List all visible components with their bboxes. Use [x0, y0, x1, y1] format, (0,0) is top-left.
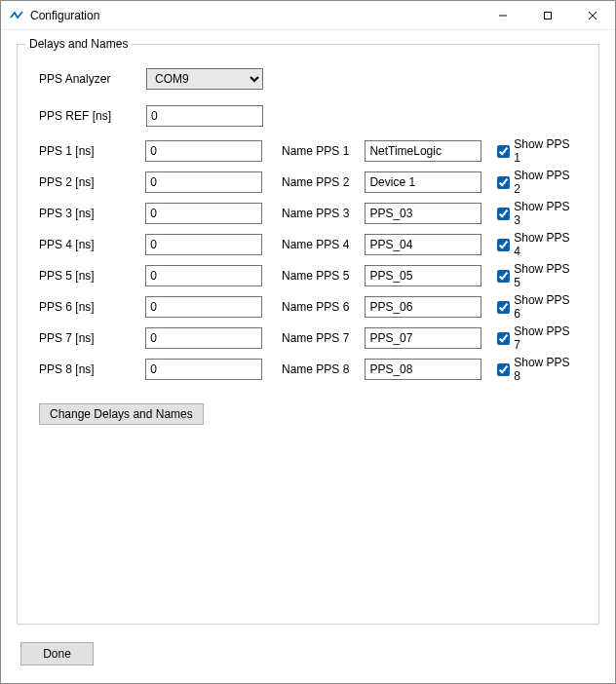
pps-delay-label: PPS 6 [ns]: [39, 300, 145, 314]
pps-delay-input[interactable]: [145, 327, 262, 349]
pps-name-input[interactable]: [365, 234, 481, 255]
pps-ref-label: PPS REF [ns]: [39, 109, 146, 123]
pps-name-input[interactable]: [365, 203, 481, 224]
pps-show-checkbox-wrap: Show PPS 3: [497, 200, 579, 227]
pps-show-label: Show PPS 7: [514, 324, 579, 352]
pps-row-2: PPS 2 [ns]Name PPS 2Show PPS 2: [39, 171, 579, 193]
pps-show-label: Show PPS 3: [514, 200, 579, 227]
pps-show-label: Show PPS 8: [514, 356, 579, 383]
pps-show-checkbox[interactable]: [497, 332, 510, 345]
window-title: Configuration: [30, 9, 481, 22]
titlebar: Configuration: [1, 1, 615, 30]
change-delays-names-button[interactable]: Change Delays and Names: [39, 403, 204, 425]
pps-name-label: Name PPS 7: [282, 331, 365, 345]
pps-show-checkbox-wrap: Show PPS 1: [497, 137, 579, 165]
pps-delay-label: PPS 2 [ns]: [39, 175, 145, 189]
delays-names-group: Delays and Names PPS Analyzer COM9 PPS R…: [17, 44, 599, 625]
pps-row-3: PPS 3 [ns]Name PPS 3Show PPS 3: [39, 203, 579, 224]
pps-delay-input[interactable]: [145, 140, 262, 162]
pps-delay-input[interactable]: [145, 203, 262, 224]
config-window: Configuration Delays and Names PPS Analy…: [0, 0, 616, 684]
app-icon: [9, 8, 24, 23]
pps-name-input[interactable]: [365, 296, 481, 318]
pps-show-checkbox[interactable]: [497, 363, 510, 376]
pps-show-label: Show PPS 2: [514, 169, 579, 196]
pps-show-checkbox-wrap: Show PPS 4: [497, 231, 579, 258]
pps-name-label: Name PPS 6: [282, 300, 365, 314]
window-controls: [481, 1, 615, 29]
pps-show-checkbox[interactable]: [497, 176, 510, 189]
analyzer-row: PPS Analyzer COM9: [39, 68, 579, 90]
pps-show-label: Show PPS 6: [514, 293, 579, 321]
pps-name-label: Name PPS 4: [282, 238, 365, 251]
pps-name-input[interactable]: [365, 171, 481, 193]
pps-delay-label: PPS 1 [ns]: [39, 144, 145, 158]
pps-name-input[interactable]: [365, 140, 481, 162]
minimize-button[interactable]: [481, 1, 525, 29]
pps-delay-input[interactable]: [145, 296, 262, 318]
client-area: Delays and Names PPS Analyzer COM9 PPS R…: [1, 30, 615, 683]
pps-name-input[interactable]: [365, 265, 481, 286]
pps-name-label: Name PPS 8: [282, 362, 365, 376]
pps-delay-input[interactable]: [145, 234, 262, 255]
pps-show-label: Show PPS 4: [514, 231, 579, 258]
pps-name-label: Name PPS 2: [282, 175, 365, 189]
pps-show-checkbox[interactable]: [497, 301, 510, 314]
pps-row-7: PPS 7 [ns]Name PPS 7Show PPS 7: [39, 327, 579, 349]
svg-rect-1: [545, 12, 552, 19]
maximize-button[interactable]: [525, 1, 570, 29]
analyzer-label: PPS Analyzer: [39, 72, 146, 86]
pps-row-4: PPS 4 [ns]Name PPS 4Show PPS 4: [39, 234, 579, 255]
change-row: Change Delays and Names: [39, 403, 579, 425]
pps-show-checkbox[interactable]: [497, 270, 510, 283]
pps-ref-row: PPS REF [ns]: [39, 105, 579, 127]
pps-delay-input[interactable]: [145, 265, 262, 286]
pps-delay-input[interactable]: [145, 171, 262, 193]
pps-delay-label: PPS 7 [ns]: [39, 331, 145, 345]
pps-row-1: PPS 1 [ns]Name PPS 1Show PPS 1: [39, 140, 579, 162]
pps-name-label: Name PPS 1: [282, 144, 365, 158]
pps-name-input[interactable]: [365, 359, 481, 380]
pps-delay-label: PPS 8 [ns]: [39, 362, 145, 376]
analyzer-combo[interactable]: COM9: [146, 68, 263, 90]
done-button[interactable]: Done: [20, 642, 94, 665]
pps-row-5: PPS 5 [ns]Name PPS 5Show PPS 5: [39, 265, 579, 286]
pps-delay-label: PPS 5 [ns]: [39, 269, 145, 283]
pps-show-checkbox-wrap: Show PPS 6: [497, 293, 579, 321]
pps-name-input[interactable]: [365, 327, 481, 349]
pps-delay-label: PPS 4 [ns]: [39, 238, 145, 251]
close-button[interactable]: [570, 1, 615, 29]
pps-row-6: PPS 6 [ns]Name PPS 6Show PPS 6: [39, 296, 579, 318]
pps-delay-label: PPS 3 [ns]: [39, 207, 145, 220]
pps-show-checkbox-wrap: Show PPS 8: [497, 356, 579, 383]
pps-show-checkbox[interactable]: [497, 239, 510, 251]
pps-show-label: Show PPS 5: [514, 262, 579, 289]
pps-ref-input[interactable]: [146, 105, 263, 127]
pps-row-8: PPS 8 [ns]Name PPS 8Show PPS 8: [39, 359, 579, 380]
pps-name-label: Name PPS 5: [282, 269, 365, 283]
pps-show-checkbox-wrap: Show PPS 5: [497, 262, 579, 289]
pps-show-checkbox[interactable]: [497, 208, 510, 220]
pps-delay-input[interactable]: [145, 359, 262, 380]
pps-show-checkbox-wrap: Show PPS 2: [497, 169, 579, 196]
pps-show-label: Show PPS 1: [514, 137, 579, 165]
pps-name-label: Name PPS 3: [282, 207, 365, 220]
group-legend: Delays and Names: [25, 37, 132, 51]
pps-show-checkbox-wrap: Show PPS 7: [497, 324, 579, 352]
pps-show-checkbox[interactable]: [497, 145, 510, 158]
